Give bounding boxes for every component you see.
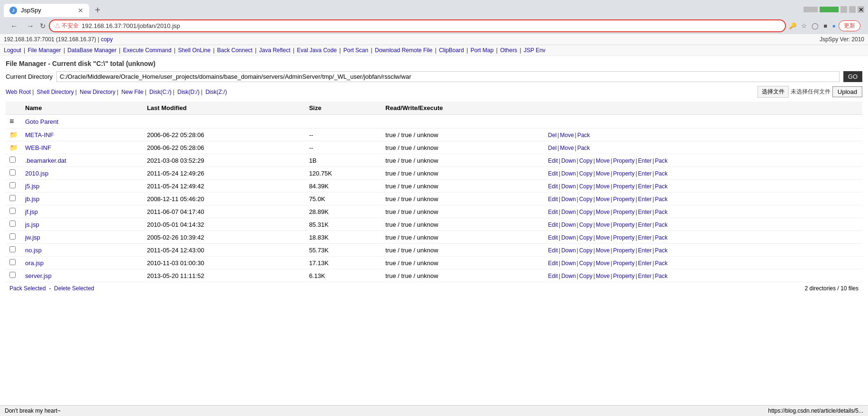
action-copy-link[interactable]: Copy bbox=[579, 209, 593, 215]
action-move-link[interactable]: Move bbox=[560, 145, 574, 151]
action-down-link[interactable]: Down bbox=[561, 260, 576, 267]
pack-selected-link[interactable]: Pack Selected bbox=[9, 285, 46, 292]
action-enter-link[interactable]: Enter bbox=[638, 196, 652, 203]
action-copy-link[interactable]: Copy bbox=[579, 222, 593, 228]
row-checkbox-cell[interactable] bbox=[6, 231, 21, 244]
action-copy-link[interactable]: Copy bbox=[579, 157, 593, 164]
row-checkbox[interactable] bbox=[9, 233, 16, 240]
file-link[interactable]: j5.jsp bbox=[25, 183, 39, 190]
action-edit-link[interactable]: Edit bbox=[548, 196, 558, 203]
row-checkbox-cell[interactable] bbox=[6, 180, 21, 193]
new-tab-button[interactable]: + bbox=[91, 3, 104, 18]
action-pack-link[interactable]: Pack bbox=[577, 145, 590, 151]
action-move-link[interactable]: Move bbox=[596, 222, 610, 228]
row-checkbox-cell[interactable] bbox=[6, 193, 21, 205]
row-checkbox[interactable] bbox=[9, 208, 16, 214]
row-checkbox-cell[interactable] bbox=[6, 257, 21, 269]
action-move-link[interactable]: Move bbox=[596, 234, 610, 241]
action-down-link[interactable]: Down bbox=[561, 209, 576, 215]
row-checkbox-cell[interactable] bbox=[6, 167, 21, 180]
action-property-link[interactable]: Property bbox=[613, 260, 634, 267]
action-move-link[interactable]: Move bbox=[560, 132, 574, 139]
file-link[interactable]: js.jsp bbox=[25, 221, 39, 228]
file-link[interactable]: jw.jsp bbox=[25, 234, 40, 241]
web-root-link[interactable]: Web Root bbox=[6, 89, 31, 95]
shell-directory-link[interactable]: Shell Directory bbox=[37, 89, 74, 95]
action-edit-link[interactable]: Edit bbox=[548, 247, 558, 254]
action-property-link[interactable]: Property bbox=[613, 234, 634, 241]
action-pack-link[interactable]: Pack bbox=[655, 157, 668, 164]
row-checkbox-cell[interactable] bbox=[6, 154, 21, 167]
action-down-link[interactable]: Down bbox=[561, 234, 576, 241]
action-copy-link[interactable]: Copy bbox=[579, 234, 593, 241]
disk-c-link[interactable]: Disk(C:/) bbox=[149, 89, 172, 95]
action-edit-link[interactable]: Edit bbox=[548, 183, 558, 190]
action-move-link[interactable]: Move bbox=[596, 196, 610, 203]
action-enter-link[interactable]: Enter bbox=[638, 209, 652, 215]
nav-java-reflect[interactable]: Java Reflect bbox=[259, 47, 291, 54]
nav-clipboard[interactable]: ClipBoard bbox=[439, 47, 464, 54]
extension-icon[interactable]: ■ bbox=[823, 22, 827, 29]
action-move-link[interactable]: Move bbox=[596, 247, 610, 254]
action-move-link[interactable]: Move bbox=[596, 260, 610, 267]
action-move-link[interactable]: Move bbox=[596, 183, 610, 190]
file-chooser-button[interactable]: 选择文件 bbox=[758, 86, 789, 98]
nav-logout[interactable]: Logout bbox=[4, 47, 21, 54]
nav-port-map[interactable]: Port Map bbox=[470, 47, 493, 54]
action-pack-link[interactable]: Pack bbox=[655, 260, 668, 267]
action-copy-link[interactable]: Copy bbox=[579, 183, 593, 190]
row-checkbox[interactable] bbox=[9, 246, 16, 252]
action-pack-link[interactable]: Pack bbox=[655, 196, 668, 203]
new-directory-link[interactable]: New Directory bbox=[80, 89, 115, 95]
action-enter-link[interactable]: Enter bbox=[638, 157, 652, 164]
file-link[interactable]: 2010.jsp bbox=[25, 170, 48, 177]
action-property-link[interactable]: Property bbox=[613, 209, 634, 215]
action-edit-link[interactable]: Edit bbox=[548, 209, 558, 215]
current-dir-input[interactable] bbox=[56, 71, 840, 82]
action-copy-link[interactable]: Copy bbox=[579, 170, 593, 177]
action-copy-link[interactable]: Copy bbox=[579, 247, 593, 254]
folder-link[interactable]: WEB-INF bbox=[25, 144, 51, 151]
action-move-link[interactable]: Move bbox=[596, 209, 610, 215]
action-del-link[interactable]: Del bbox=[548, 132, 557, 139]
action-edit-link[interactable]: Edit bbox=[548, 273, 558, 279]
reload-button[interactable]: ↻ bbox=[40, 22, 46, 30]
row-checkbox[interactable] bbox=[9, 182, 16, 188]
action-down-link[interactable]: Down bbox=[561, 183, 576, 190]
nav-eval-java-code[interactable]: Eval Java Code bbox=[297, 47, 337, 54]
action-property-link[interactable]: Property bbox=[613, 183, 634, 190]
action-property-link[interactable]: Property bbox=[613, 157, 634, 164]
nav-port-scan[interactable]: Port Scan bbox=[343, 47, 368, 54]
forward-button[interactable]: → bbox=[24, 21, 37, 31]
action-pack-link[interactable]: Pack bbox=[655, 273, 668, 279]
action-pack-link[interactable]: Pack bbox=[655, 170, 668, 177]
action-pack-link[interactable]: Pack bbox=[655, 234, 668, 241]
back-button[interactable]: ← bbox=[8, 21, 21, 31]
copy-link[interactable]: copy bbox=[101, 36, 113, 43]
action-property-link[interactable]: Property bbox=[613, 273, 634, 279]
address-input[interactable] bbox=[82, 22, 780, 29]
disk-z-link[interactable]: Disk(Z:/) bbox=[205, 89, 227, 95]
action-down-link[interactable]: Down bbox=[561, 196, 576, 203]
action-property-link[interactable]: Property bbox=[613, 247, 634, 254]
nav-file-manager[interactable]: File Manager bbox=[28, 47, 61, 54]
action-enter-link[interactable]: Enter bbox=[638, 260, 652, 267]
action-enter-link[interactable]: Enter bbox=[638, 234, 652, 241]
action-enter-link[interactable]: Enter bbox=[638, 247, 652, 254]
action-down-link[interactable]: Down bbox=[561, 273, 576, 279]
action-move-link[interactable]: Move bbox=[596, 170, 610, 177]
action-property-link[interactable]: Property bbox=[613, 196, 634, 203]
nav-download-remote-file[interactable]: Download Remote File bbox=[375, 47, 432, 54]
action-copy-link[interactable]: Copy bbox=[579, 196, 593, 203]
action-edit-link[interactable]: Edit bbox=[548, 234, 558, 241]
action-enter-link[interactable]: Enter bbox=[638, 222, 652, 228]
delete-selected-link[interactable]: Delete Selected bbox=[54, 285, 94, 292]
row-checkbox-cell[interactable] bbox=[6, 205, 21, 218]
disk-d-link[interactable]: Disk(D:/) bbox=[177, 89, 200, 95]
row-checkbox-cell[interactable] bbox=[6, 269, 21, 282]
row-checkbox-cell[interactable] bbox=[6, 244, 21, 257]
action-enter-link[interactable]: Enter bbox=[638, 183, 652, 190]
row-checkbox[interactable] bbox=[9, 169, 16, 176]
settings-icon[interactable]: ◯ bbox=[812, 22, 819, 29]
update-button[interactable]: 更新 bbox=[839, 20, 860, 31]
